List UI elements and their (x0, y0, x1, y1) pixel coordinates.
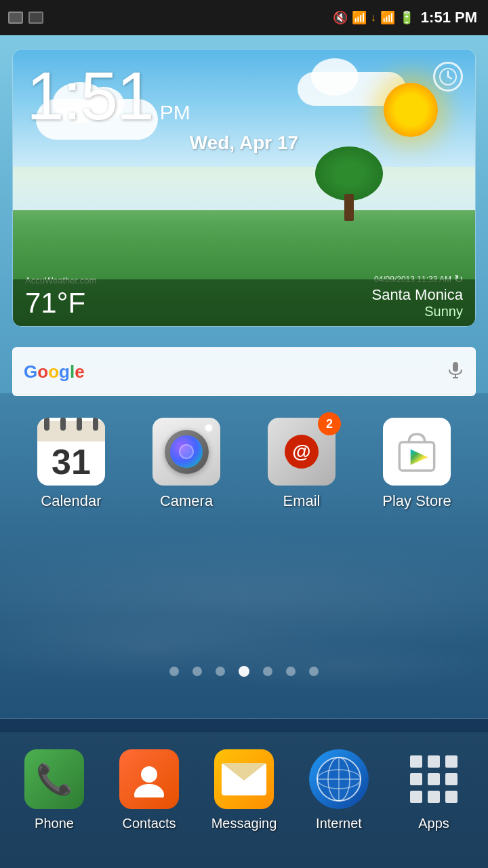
page-dot-2[interactable] (192, 667, 202, 676)
phone-label: Phone (35, 816, 74, 831)
svg-marker-7 (411, 450, 428, 465)
weather-widget[interactable]: 1:51 PM Wed, Apr 17 AccuWeather.com 04/0… (12, 49, 476, 327)
page-dot-4-active[interactable] (239, 666, 249, 677)
contacts-icon (119, 749, 179, 809)
wifi-icon: 📶 (352, 10, 367, 25)
clock-icon (433, 62, 463, 92)
messaging-label: Messaging (211, 816, 277, 831)
weather-bottom: 71°F Santa Monica Sunny (13, 279, 475, 326)
sim-icon (28, 12, 43, 24)
play-store-app[interactable]: Play Store (366, 418, 468, 510)
search-bar[interactable]: Google (12, 347, 476, 396)
svg-point-9 (134, 784, 164, 797)
page-dot-3[interactable] (216, 667, 225, 676)
status-time: 1:51 PM (421, 9, 477, 26)
page-dot-1[interactable] (169, 667, 179, 676)
download-icon: ↓ (371, 12, 376, 24)
internet-icon (309, 749, 369, 809)
internet-label: Internet (316, 816, 362, 831)
svg-point-8 (141, 766, 157, 783)
play-store-icon (383, 418, 451, 486)
email-label: Email (283, 492, 320, 510)
apps-label: Apps (418, 816, 449, 831)
camera-label: Camera (160, 492, 213, 510)
wallpaper: 1:51 PM Wed, Apr 17 AccuWeather.com 04/0… (0, 35, 488, 868)
calendar-app[interactable]: 31 Calendar (20, 418, 122, 510)
signal-icon: 📶 (380, 10, 395, 25)
page-dot-7[interactable] (309, 667, 319, 676)
camera-icon (152, 418, 220, 486)
mute-icon: 🔇 (333, 10, 348, 25)
page-dot-5[interactable] (263, 667, 272, 676)
page-dots (0, 666, 488, 677)
messaging-icon (214, 749, 274, 809)
google-logo: Google (24, 361, 85, 382)
contacts-app[interactable]: Contacts (105, 749, 193, 831)
apps-icon (404, 749, 464, 809)
weather-temperature: 71°F (25, 287, 85, 319)
phone-icon: 📞 (24, 749, 84, 809)
phone-app[interactable]: 📞 Phone (10, 749, 98, 831)
email-app[interactable]: @ 2 Email (251, 418, 352, 510)
email-icon: @ 2 (268, 418, 336, 486)
contacts-label: Contacts (123, 816, 176, 831)
photo-icon (8, 12, 23, 24)
svg-line-2 (448, 77, 451, 79)
calendar-label: Calendar (41, 492, 101, 510)
calendar-date: 31 (52, 441, 91, 482)
weather-time: 1:51 (26, 62, 153, 130)
mic-icon[interactable] (447, 361, 464, 382)
weather-date: Wed, Apr 17 (26, 132, 462, 154)
camera-app[interactable]: Camera (136, 418, 237, 510)
apps-drawer[interactable]: Apps (390, 749, 478, 831)
page-dot-6[interactable] (286, 667, 296, 676)
app-grid: 31 Calendar Camera @ 2 Email (0, 418, 488, 510)
svg-rect-3 (453, 362, 458, 372)
weather-ampm: PM (160, 101, 190, 124)
status-bar: 🔇 📶 ↓ 📶 🔋 1:51 PM (0, 0, 488, 35)
email-badge: 2 (318, 412, 341, 435)
battery-icon: 🔋 (399, 10, 414, 25)
bottom-dock: 📞 Phone Contacts Mess (0, 719, 488, 868)
weather-location: Santa Monica Sunny (371, 286, 463, 319)
internet-app[interactable]: Internet (295, 749, 383, 831)
play-store-label: Play Store (382, 492, 451, 510)
messaging-app[interactable]: Messaging (200, 749, 288, 831)
calendar-icon: 31 (37, 418, 105, 486)
